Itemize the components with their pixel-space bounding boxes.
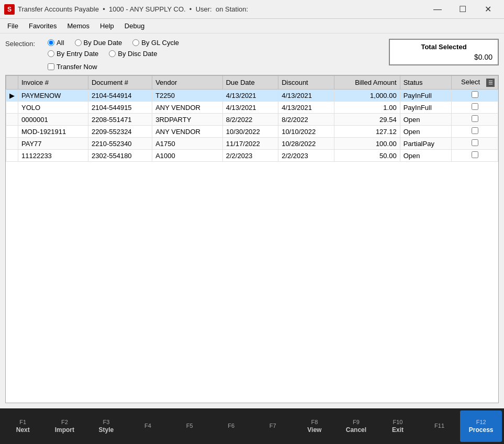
fn-key-f2[interactable]: F2Import	[44, 410, 86, 442]
cell-billed-amount: 50.00	[334, 150, 400, 162]
radio-by-gl-cycle[interactable]: By GL Cycle	[132, 39, 179, 47]
row-arrow	[6, 102, 18, 114]
cell-status: PayInFull	[400, 90, 451, 102]
row-select-checkbox[interactable]	[472, 127, 478, 134]
fn-number: F11	[434, 423, 444, 429]
menu-item-help[interactable]: Help	[95, 20, 119, 31]
fn-number: F9	[353, 419, 360, 425]
radio-by-disc-date[interactable]: By Disc Date	[109, 50, 157, 58]
cell-due_date: 8/2/2022	[222, 114, 278, 126]
cell-select[interactable]	[452, 90, 498, 102]
minimize-button[interactable]: —	[425, 2, 450, 17]
table-row[interactable]: 111222332302-554180A10002/2/20232/2/2023…	[6, 150, 498, 162]
cell-discount: 2/2/2023	[278, 150, 334, 162]
row-arrow: ▶	[6, 90, 18, 102]
col-status[interactable]: Status	[400, 76, 451, 90]
fn-key-f7[interactable]: F7	[252, 410, 294, 442]
row-select-checkbox[interactable]	[472, 151, 478, 158]
cell-select[interactable]	[452, 102, 498, 114]
cell-discount: 10/10/2022	[278, 126, 334, 138]
fn-number: F4	[144, 423, 151, 429]
row-select-checkbox[interactable]	[472, 115, 478, 122]
fn-number: F12	[476, 419, 486, 425]
cell-status: Open	[400, 114, 451, 126]
cell-document: 2104-544915	[88, 102, 152, 114]
maximize-button[interactable]: ☐	[451, 2, 475, 17]
fn-number: F6	[228, 423, 234, 429]
transfer-now-checkbox[interactable]	[48, 63, 54, 70]
row-select-checkbox[interactable]	[472, 139, 478, 146]
menu-item-memos[interactable]: Memos	[62, 20, 95, 31]
fn-key-f8[interactable]: F8View	[294, 410, 335, 442]
radio-all[interactable]: All	[48, 39, 64, 47]
radio-gl-cycle-input[interactable]	[132, 39, 139, 46]
fn-key-f5[interactable]: F5	[169, 410, 210, 442]
transfer-now-label[interactable]: Transfer Now	[57, 63, 97, 71]
cell-vendor: A1750	[152, 138, 223, 150]
col-document[interactable]: Document #	[88, 76, 152, 90]
radio-by-entry-date[interactable]: By Entry Date	[48, 50, 98, 58]
fn-key-f1[interactable]: F1Next	[2, 410, 44, 442]
row-select-checkbox[interactable]	[472, 91, 478, 98]
fn-key-f10[interactable]: F10Exit	[377, 410, 419, 442]
cell-select[interactable]	[452, 150, 498, 162]
fn-label: Import	[55, 426, 74, 434]
col-vendor[interactable]: Vendor	[152, 76, 223, 90]
radio-disc-date-input[interactable]	[109, 50, 116, 57]
fn-key-f9[interactable]: F9Cancel	[335, 410, 377, 442]
cell-vendor: T2250	[152, 90, 223, 102]
cell-status: Open	[400, 150, 451, 162]
select-sort-icon: ☰	[486, 79, 495, 87]
radio-entry-date-input[interactable]	[48, 50, 54, 57]
fn-label: Style	[99, 426, 114, 434]
col-invoice[interactable]: Invoice #	[18, 76, 88, 90]
menu-item-debug[interactable]: Debug	[119, 20, 150, 31]
fn-key-f6[interactable]: F6	[210, 410, 252, 442]
cell-document: 2210-552340	[88, 138, 152, 150]
row-arrow	[6, 138, 18, 150]
menu-item-favorites[interactable]: Favorites	[24, 20, 62, 31]
cell-select[interactable]	[452, 114, 498, 126]
close-button[interactable]: ✕	[476, 2, 500, 17]
cell-billed-amount: 127.12	[334, 126, 400, 138]
invoice-table-container: Invoice # Document # Vendor Due Date Dis…	[5, 75, 499, 403]
col-arrow	[6, 76, 18, 90]
cell-vendor: 3RDPARTY	[152, 114, 223, 126]
cell-invoice: 11122233	[18, 150, 88, 162]
cell-document: 2104-544914	[88, 90, 152, 102]
radio-entry-date-label: By Entry Date	[57, 50, 98, 58]
cell-discount: 4/13/2021	[278, 102, 334, 114]
radio-row-1: All By Due Date By GL Cycle	[48, 39, 179, 47]
cell-due_date: 4/13/2021	[222, 90, 278, 102]
fn-key-f12[interactable]: F12Process	[460, 410, 502, 442]
cell-status: PartialPay	[400, 138, 451, 150]
table-row[interactable]: ▶PAYMENOW2104-544914T22504/13/20214/13/2…	[6, 90, 498, 102]
cell-billed-amount: 100.00	[334, 138, 400, 150]
fn-number: F2	[61, 419, 68, 425]
col-due-date[interactable]: Due Date	[222, 76, 278, 90]
cell-select[interactable]	[452, 126, 498, 138]
radio-row-2: By Entry Date By Disc Date	[48, 50, 179, 58]
fn-key-f4[interactable]: F4	[127, 410, 169, 442]
table-row[interactable]: YOLO2104-544915ANY VENDOR4/13/20214/13/2…	[6, 102, 498, 114]
table-row[interactable]: MOD-19219112209-552324ANY VENDOR10/30/20…	[6, 126, 498, 138]
cell-billed-amount: 29.54	[334, 114, 400, 126]
cell-document: 2209-552324	[88, 126, 152, 138]
row-select-checkbox[interactable]	[472, 103, 478, 110]
cell-select[interactable]	[452, 138, 498, 150]
radio-by-due-date[interactable]: By Due Date	[75, 39, 122, 47]
fn-label: View	[307, 426, 321, 434]
cell-due_date: 4/13/2021	[222, 102, 278, 114]
radio-all-input[interactable]	[48, 39, 54, 46]
table-row[interactable]: 00000012208-5514713RDPARTY8/2/20228/2/20…	[6, 114, 498, 126]
col-discount[interactable]: Discount	[278, 76, 334, 90]
menu-item-file[interactable]: File	[2, 20, 24, 31]
fn-key-f11[interactable]: F11	[419, 410, 461, 442]
col-billed-amount[interactable]: Billed Amount	[334, 76, 400, 90]
table-row[interactable]: PAY772210-552340A175011/17/202210/28/202…	[6, 138, 498, 150]
fn-label: Exit	[392, 426, 404, 434]
col-select[interactable]: Select ☰	[452, 76, 498, 90]
radio-due-date-input[interactable]	[75, 39, 82, 46]
total-selected-label: Total Selected	[395, 43, 492, 51]
fn-key-f3[interactable]: F3Style	[85, 410, 127, 442]
